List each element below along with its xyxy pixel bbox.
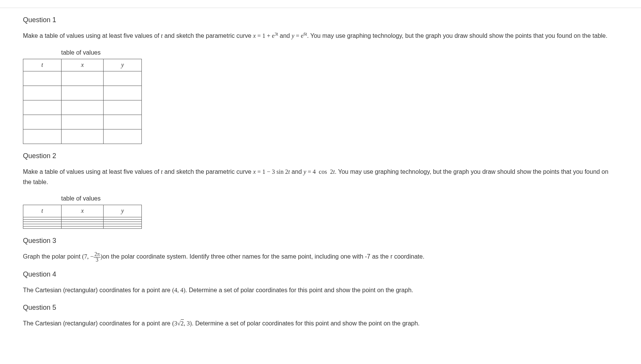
- table-row: [23, 86, 142, 100]
- q4-point: (4, 4): [172, 287, 185, 293]
- question-5-title: Question 5: [23, 303, 618, 313]
- table-header-row: t x y: [23, 205, 142, 217]
- q2-eq-x: x = 1 − 3 sin 2t: [253, 168, 290, 175]
- question-1-text: Make a table of values using at least fi…: [23, 31, 618, 41]
- table-row: [23, 129, 142, 144]
- q3-polar-point: (7, −2π3): [82, 253, 102, 260]
- fraction-icon: 2π3: [94, 252, 101, 262]
- q2-eq-y: y = 4 cos 2t: [303, 168, 335, 175]
- question-3-text: Graph the polar point (7, −2π3)on the po…: [23, 251, 618, 262]
- q1-eq-x: x = 1 + e3t: [253, 32, 278, 39]
- question-4-title: Question 4: [23, 269, 618, 280]
- q1-text-part2: and sketch the parametric curve: [163, 32, 253, 39]
- question-4-text: The Cartesian (rectangular) coordinates …: [23, 285, 618, 295]
- divider-top: [0, 8, 641, 8]
- q4-text-part1: The Cartesian (rectangular) coordinates …: [23, 287, 172, 293]
- q4-text-part2: . Determine a set of polar coordinates f…: [185, 287, 413, 293]
- q1-eq-y: y = e6t: [292, 32, 307, 39]
- sqrt-icon: √: [177, 320, 181, 327]
- question-1-title: Question 1: [23, 15, 618, 25]
- question-2-text: Make a table of values using at least fi…: [23, 167, 618, 187]
- q2-text-part1: Make a table of values using at least fi…: [23, 168, 161, 175]
- question-3-title: Question 3: [23, 236, 618, 246]
- q2-col-x: x: [62, 205, 104, 217]
- question-5-text: The Cartesian (rectangular) coordinates …: [23, 318, 618, 328]
- table-header-row: t x y: [23, 59, 142, 71]
- q5-text-part2: . Determine a set of polar coordinates f…: [192, 320, 420, 327]
- q5-point: (3√2, 3): [172, 319, 191, 327]
- q2-values-table: t x y: [23, 205, 142, 229]
- q3-text-part1: Graph the polar point: [23, 253, 82, 260]
- q1-table-caption: table of values: [61, 48, 618, 57]
- q5-text-part1: The Cartesian (rectangular) coordinates …: [23, 320, 172, 327]
- q1-col-y: y: [104, 59, 142, 71]
- table-row: [23, 71, 142, 86]
- question-2-title: Question 2: [23, 151, 618, 161]
- q2-col-y: y: [104, 205, 142, 217]
- table-row: [23, 100, 142, 115]
- q2-text-part2: and sketch the parametric curve: [163, 168, 253, 175]
- q2-text-part3: and: [290, 168, 303, 175]
- q1-col-x: x: [62, 59, 104, 71]
- table-row: [23, 226, 142, 228]
- q1-values-table: t x y: [23, 59, 142, 144]
- q2-col-t: t: [23, 205, 62, 217]
- q1-text-part1: Make a table of values using at least fi…: [23, 32, 161, 39]
- q1-col-t: t: [23, 59, 62, 71]
- q3-text-part2: on the polar coordinate system. Identify…: [102, 253, 424, 260]
- q1-text-part4: . You may use graphing technology, but t…: [307, 32, 607, 39]
- q2-table-caption: table of values: [61, 194, 618, 203]
- table-row: [23, 115, 142, 129]
- q1-text-part3: and: [278, 32, 292, 39]
